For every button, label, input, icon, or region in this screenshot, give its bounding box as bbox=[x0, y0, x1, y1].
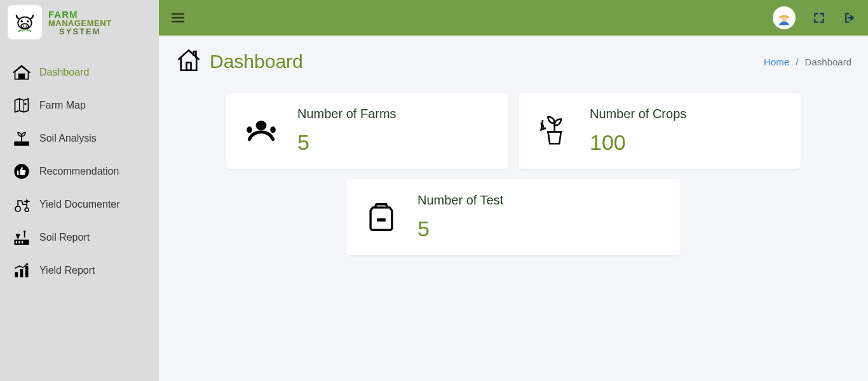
svg-rect-17 bbox=[15, 272, 18, 277]
map-icon bbox=[13, 97, 31, 114]
barn-icon bbox=[13, 64, 31, 81]
svg-point-6 bbox=[24, 103, 27, 105]
svg-point-16 bbox=[24, 231, 26, 233]
sidebar-item-label: Farm Map bbox=[39, 100, 86, 111]
sidebar-item-soil-analysis[interactable]: Soil Analysis bbox=[0, 122, 159, 155]
sidebar-item-label: Soil Report bbox=[39, 232, 90, 243]
svg-point-5 bbox=[25, 25, 27, 27]
stat-card-crops: Number of Crops 100 bbox=[519, 93, 801, 169]
svg-rect-26 bbox=[377, 218, 386, 222]
breadcrumb-current: Dashboard bbox=[805, 57, 851, 67]
svg-point-24 bbox=[247, 126, 252, 133]
tractor-icon bbox=[13, 196, 31, 213]
user-avatar[interactable] bbox=[773, 6, 796, 29]
top-header bbox=[159, 0, 868, 36]
svg-point-21 bbox=[782, 17, 787, 22]
stat-value: 5 bbox=[417, 217, 503, 241]
svg-rect-18 bbox=[20, 269, 24, 277]
logo: FARM MANAGEMENT SYSTEM bbox=[0, 0, 159, 44]
logo-cow-icon bbox=[8, 5, 42, 39]
sidebar: FARM MANAGEMENT SYSTEM Dashboard Farm Ma… bbox=[0, 0, 159, 381]
stat-card-tests: Number of Test 5 bbox=[346, 179, 681, 255]
svg-rect-7 bbox=[14, 142, 29, 146]
page-title: Dashboard bbox=[210, 51, 303, 72]
logo-text: FARM MANAGEMENT SYSTEM bbox=[48, 10, 112, 36]
stat-label: Number of Test bbox=[417, 193, 503, 208]
svg-point-1 bbox=[20, 20, 23, 23]
svg-point-9 bbox=[15, 206, 20, 211]
svg-point-10 bbox=[25, 208, 29, 211]
svg-point-3 bbox=[21, 23, 29, 28]
thumbs-up-icon bbox=[13, 163, 31, 180]
sidebar-item-soil-report[interactable]: Soil Report bbox=[0, 221, 159, 254]
svg-rect-15 bbox=[22, 241, 23, 244]
sidebar-item-yield-report[interactable]: Yield Report bbox=[0, 254, 159, 287]
breadcrumb-home-link[interactable]: Home bbox=[764, 57, 789, 67]
logout-icon[interactable] bbox=[843, 11, 857, 25]
svg-point-2 bbox=[27, 20, 29, 23]
svg-point-4 bbox=[23, 25, 24, 27]
stat-value: 5 bbox=[297, 130, 397, 155]
svg-point-11 bbox=[25, 200, 29, 203]
sidebar-item-label: Soil Analysis bbox=[39, 133, 97, 144]
sidebar-item-dashboard[interactable]: Dashboard bbox=[0, 56, 159, 89]
svg-rect-19 bbox=[25, 266, 29, 277]
users-icon bbox=[244, 114, 278, 148]
bar-chart-icon bbox=[13, 262, 31, 279]
sidebar-item-label: Dashboard bbox=[39, 67, 89, 78]
fullscreen-icon[interactable] bbox=[812, 11, 826, 25]
soil-report-icon bbox=[13, 229, 31, 246]
stat-label: Number of Farms bbox=[297, 107, 397, 121]
side-nav: Dashboard Farm Map Soil Analysis Recomme… bbox=[0, 44, 159, 287]
svg-point-23 bbox=[256, 121, 267, 130]
breadcrumb-sep: / bbox=[796, 57, 798, 67]
stat-card-farms: Number of Farms 5 bbox=[226, 93, 508, 169]
sidebar-item-label: Recommendation bbox=[39, 166, 119, 177]
plant-pot-icon bbox=[536, 114, 571, 148]
sidebar-item-label: Yield Documenter bbox=[39, 199, 120, 210]
sidebar-item-farm-map[interactable]: Farm Map bbox=[0, 89, 159, 122]
svg-rect-13 bbox=[16, 241, 17, 244]
svg-point-25 bbox=[270, 126, 275, 133]
house-icon bbox=[175, 47, 202, 76]
sidebar-item-yield-documenter[interactable]: Yield Documenter bbox=[0, 188, 159, 221]
svg-rect-14 bbox=[18, 241, 20, 244]
bag-icon bbox=[364, 200, 398, 234]
sidebar-item-label: Yield Report bbox=[39, 265, 95, 276]
breadcrumb: Home / Dashboard bbox=[764, 57, 851, 67]
sidebar-item-recommendation[interactable]: Recommendation bbox=[0, 155, 159, 188]
seedling-icon bbox=[13, 130, 31, 147]
stat-value: 100 bbox=[590, 130, 686, 155]
svg-rect-22 bbox=[187, 63, 191, 70]
stat-label: Number of Crops bbox=[590, 107, 686, 121]
hamburger-icon[interactable] bbox=[170, 10, 186, 25]
